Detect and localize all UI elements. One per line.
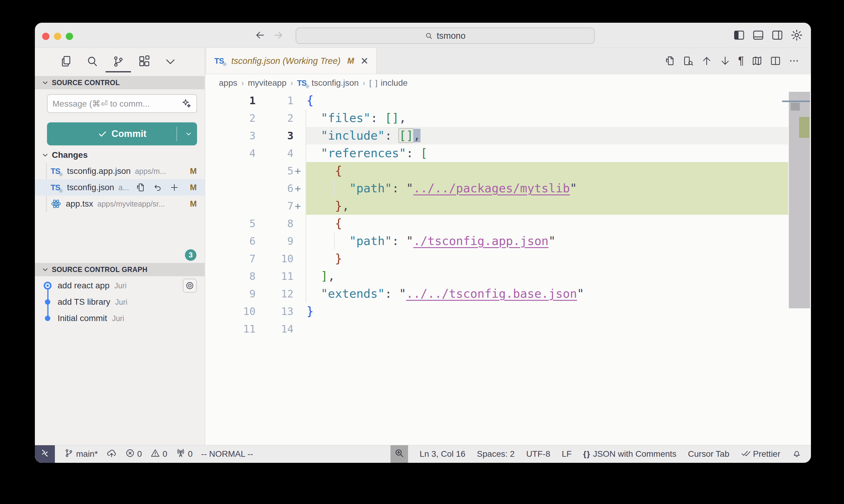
gutter-added-sign bbox=[293, 144, 307, 162]
gutter-modified-line-number: 7 bbox=[256, 197, 293, 215]
diff-line-9[interactable]: 69 "path": "./tsconfig.app.json" bbox=[205, 232, 811, 250]
eol[interactable]: LF bbox=[562, 449, 572, 459]
settings-gear-icon[interactable] bbox=[790, 29, 803, 41]
open-preview-icon[interactable] bbox=[683, 55, 694, 66]
stage-changes-icon[interactable] bbox=[170, 183, 179, 192]
toggle-panel-icon[interactable] bbox=[752, 29, 764, 41]
publish-changes[interactable] bbox=[106, 448, 117, 461]
breadcrumb-item-apps[interactable]: apps bbox=[219, 78, 237, 88]
commit-button[interactable]: Commit bbox=[47, 122, 197, 145]
typescript-config-icon: TS bbox=[297, 78, 309, 88]
commit-row[interactable]: Initial commitJuri bbox=[35, 310, 205, 326]
minimize-window-button[interactable] bbox=[54, 33, 61, 40]
diff-line-11[interactable]: 811 ], bbox=[205, 267, 811, 285]
diff-line-7[interactable]: 7+ }, bbox=[205, 197, 811, 215]
activity-bar bbox=[59, 52, 177, 71]
diff-line-3[interactable]: 33 "include": [], bbox=[205, 127, 811, 144]
commit-row[interactable]: add TS libraryJuri bbox=[35, 294, 205, 310]
graph-title: SOURCE CONTROL GRAPH bbox=[52, 266, 148, 274]
tab-tsconfig-working-tree[interactable]: TS tsconfig.json (Working Tree) M × bbox=[206, 48, 377, 74]
notifications[interactable] bbox=[792, 448, 802, 460]
commit-graph-node bbox=[45, 316, 50, 321]
indent-guide bbox=[306, 109, 306, 303]
diff-line-4[interactable]: 44 "references": [ bbox=[205, 144, 811, 162]
encoding[interactable]: UTF-8 bbox=[526, 449, 550, 459]
toggle-secondary-sidebar-icon[interactable] bbox=[771, 29, 783, 41]
zoom-indicator[interactable] bbox=[391, 445, 408, 463]
changes-list: TStsconfig.app.jsonapps/m...MTStsconfig.… bbox=[35, 163, 205, 212]
language-mode[interactable]: {}JSON with Comments bbox=[583, 449, 677, 459]
indentation[interactable]: Spaces: 2 bbox=[477, 449, 515, 459]
commit-dropdown-icon[interactable] bbox=[185, 130, 192, 138]
code-text: ], bbox=[307, 267, 335, 285]
code-text: { bbox=[307, 92, 313, 109]
commit-message: add TS library bbox=[57, 297, 110, 307]
ports[interactable]: 0 bbox=[176, 448, 193, 460]
toggle-primary-sidebar-icon[interactable] bbox=[733, 29, 745, 41]
open-changes-icon[interactable] bbox=[664, 55, 675, 66]
change-row-app.tsx[interactable]: app.tsxapps/myviteapp/sr...M bbox=[35, 196, 205, 212]
source-control-section-header[interactable]: SOURCE CONTROL bbox=[35, 76, 205, 89]
diff-line-14[interactable]: 1114 bbox=[205, 320, 811, 338]
errors[interactable]: 0 bbox=[125, 448, 142, 460]
status-label: UTF-8 bbox=[526, 449, 550, 459]
changes-label: Changes bbox=[52, 150, 88, 160]
breadcrumb-item-include[interactable]: [ ]include bbox=[369, 78, 408, 88]
next-change-icon[interactable] bbox=[720, 55, 730, 66]
close-window-button[interactable] bbox=[42, 33, 49, 40]
line-highlight-band bbox=[306, 197, 788, 215]
warnings[interactable]: 0 bbox=[150, 448, 167, 460]
source-control-graph-header[interactable]: SOURCE CONTROL GRAPH bbox=[35, 263, 205, 276]
cursor-position[interactable]: Ln 3, Col 16 bbox=[419, 449, 465, 459]
go-forward-icon[interactable] bbox=[273, 30, 283, 40]
commit-author: Juri bbox=[112, 314, 124, 323]
gutter-added-sign bbox=[293, 285, 307, 303]
gutter-added-sign: + bbox=[293, 197, 307, 215]
activity-item-more-views[interactable] bbox=[164, 55, 177, 68]
open-file-icon[interactable] bbox=[136, 183, 145, 192]
command-center-search[interactable]: tsmono bbox=[296, 28, 595, 44]
close-tab-icon[interactable]: × bbox=[361, 55, 368, 67]
diff-line-8[interactable]: 58 { bbox=[205, 215, 811, 232]
activity-item-extensions[interactable] bbox=[138, 55, 151, 68]
more-actions-icon[interactable] bbox=[789, 55, 799, 66]
diff-editor[interactable]: 11{22 "files": [],33 "include": [],44 "r… bbox=[205, 92, 811, 446]
activity-item-source-control[interactable] bbox=[111, 55, 125, 68]
diff-line-6[interactable]: 6+ "path": "../../packages/mytslib" bbox=[205, 180, 811, 197]
activity-item-explorer[interactable] bbox=[59, 55, 73, 68]
vim-mode[interactable]: -- NORMAL -- bbox=[201, 449, 253, 459]
change-row-tsconfig.app.json[interactable]: TStsconfig.app.jsonapps/m...M bbox=[35, 163, 205, 179]
breadcrumb-item-tsconfig.json[interactable]: TStsconfig.json bbox=[297, 78, 359, 88]
file-path: apps/m... bbox=[135, 167, 166, 176]
change-row-tsconfig.json[interactable]: TStsconfig.jsona...M bbox=[35, 179, 205, 196]
toggle-whitespace-icon[interactable]: ¶ bbox=[738, 55, 744, 66]
toggle-minimap-icon[interactable] bbox=[752, 55, 762, 66]
branch-status[interactable]: main* bbox=[64, 448, 98, 460]
go-back-icon[interactable] bbox=[255, 30, 265, 40]
diff-line-10[interactable]: 710 } bbox=[205, 250, 811, 267]
diff-line-5[interactable]: 5+ { bbox=[205, 162, 811, 180]
zoom-window-button[interactable] bbox=[66, 33, 73, 40]
generate-commit-message-icon[interactable] bbox=[181, 98, 192, 109]
commit-row[interactable]: add react appJuri bbox=[35, 277, 205, 294]
commit-message-input[interactable]: Message (⌘⏎ to comm... bbox=[47, 94, 197, 113]
diff-line-12[interactable]: 912 "extends": "../../tsconfig.base.json… bbox=[205, 285, 811, 303]
gutter-original-line-number: 4 bbox=[205, 144, 256, 162]
previous-change-icon[interactable] bbox=[701, 55, 712, 66]
split-editor-icon[interactable] bbox=[770, 55, 781, 66]
changes-section-header[interactable]: Changes 3 bbox=[35, 148, 205, 162]
cursor-tab[interactable]: Cursor Tab bbox=[688, 449, 729, 459]
diff-line-13[interactable]: 1013} bbox=[205, 303, 811, 320]
cloud-upload-icon bbox=[106, 448, 117, 461]
remote-indicator[interactable] bbox=[35, 445, 55, 463]
breadcrumb-label: tsconfig.json bbox=[312, 78, 359, 88]
formatter[interactable]: Prettier bbox=[741, 448, 780, 460]
scrollbar-handle[interactable] bbox=[791, 103, 800, 111]
discard-changes-icon[interactable] bbox=[153, 183, 162, 192]
diff-line-1[interactable]: 11{ bbox=[205, 92, 811, 109]
tab-bar: TS tsconfig.json (Working Tree) M × ¶ bbox=[205, 48, 811, 74]
diff-line-2[interactable]: 22 "files": [], bbox=[205, 109, 811, 127]
goto-current-history-item-button[interactable] bbox=[183, 278, 197, 293]
activity-item-search[interactable] bbox=[86, 55, 99, 68]
breadcrumb-item-myviteapp[interactable]: myviteapp bbox=[248, 78, 287, 88]
